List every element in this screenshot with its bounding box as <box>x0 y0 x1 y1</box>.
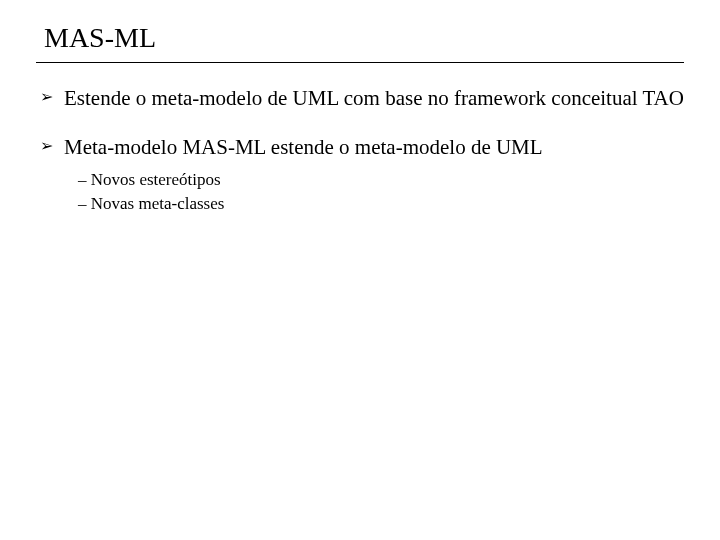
bullet-text: Estende o meta-modelo de UML com base no… <box>64 86 684 110</box>
slide-title: MAS-ML <box>44 22 684 54</box>
sub-bullet-list: Novos estereótipos Novas meta-classes <box>64 168 684 217</box>
sub-bullet-item: Novos estereótipos <box>78 168 684 193</box>
slide: MAS-ML Estende o meta-modelo de UML com … <box>0 0 720 217</box>
bullet-list: Estende o meta-modelo de UML com base no… <box>36 85 684 217</box>
bullet-item: Estende o meta-modelo de UML com base no… <box>40 85 684 112</box>
sub-bullet-item: Novas meta-classes <box>78 192 684 217</box>
bullet-item: Meta-modelo MAS-ML estende o meta-modelo… <box>40 134 684 217</box>
title-divider <box>36 62 684 63</box>
bullet-text: Meta-modelo MAS-ML estende o meta-modelo… <box>64 135 543 159</box>
